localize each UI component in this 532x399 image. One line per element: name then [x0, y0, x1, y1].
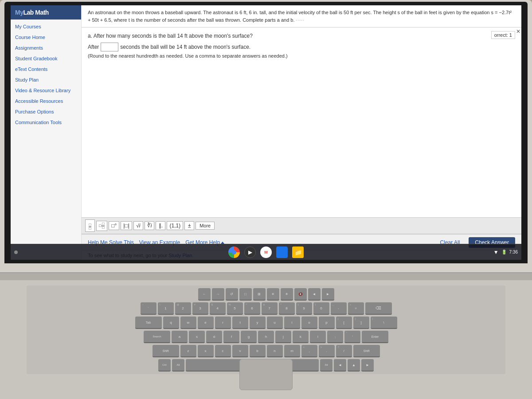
key-shift-right[interactable]: Shift [353, 345, 380, 357]
key-k[interactable]: k [293, 331, 309, 343]
key-backspace[interactable]: ⌫ [365, 302, 392, 315]
key-comma[interactable]: <, [301, 345, 317, 357]
sidebar-item-course-home[interactable]: Course Home [11, 32, 81, 43]
key-enter[interactable]: Enter [362, 331, 388, 343]
key-back[interactable]: ← [198, 288, 211, 301]
key-bracket-open[interactable]: {[ [336, 317, 352, 329]
key-j[interactable]: j [275, 331, 291, 343]
key-d[interactable]: d [206, 331, 222, 343]
dots-separator: ····· [296, 18, 305, 23]
key-n[interactable]: n [267, 345, 283, 357]
answer-suffix: seconds the ball will be 14 ft above the… [120, 44, 250, 50]
key-2[interactable]: @2 [175, 302, 191, 315]
key-alt[interactable]: Alt [172, 359, 184, 372]
key-p[interactable]: p [319, 317, 335, 329]
key-4[interactable]: $4 [210, 302, 226, 315]
sidebar-item-video-resource-library[interactable]: Video & Resource Library [11, 85, 81, 96]
key-8[interactable]: *8 [279, 302, 295, 315]
key-a[interactable]: a [172, 331, 188, 343]
key-c[interactable]: c [215, 345, 231, 357]
taskbar-folder-icon[interactable]: 📁 [292, 246, 304, 258]
degree-button[interactable]: □° [109, 221, 119, 230]
key-h[interactable]: h [258, 331, 274, 343]
key-g[interactable]: g [241, 331, 257, 343]
key-1[interactable]: !1 [158, 302, 174, 315]
taskbar-play-icon[interactable]: ▶ [244, 246, 256, 258]
key-caps[interactable]: Search [144, 331, 170, 343]
sidebar-item-accessible-resources[interactable]: Accessible Resources [11, 96, 81, 106]
key-y[interactable]: y [250, 317, 266, 329]
sidebar-item-purchase-options[interactable]: Purchase Options [11, 106, 81, 117]
key-tab[interactable]: Tab [135, 317, 162, 329]
key-s[interactable]: s [189, 331, 205, 343]
key-arrow-left[interactable]: ◄ [334, 359, 346, 372]
absolute-value-button[interactable]: |□| [121, 221, 132, 230]
key-backslash[interactable]: |\ [371, 317, 397, 329]
sidebar-item-my-courses[interactable]: My Courses [11, 21, 81, 32]
keyboard-zxcv-row: Shift z x c v b n m <, >. ?/ Shift [27, 344, 505, 358]
trackpad[interactable] [239, 359, 293, 390]
key-3[interactable]: #3 [192, 302, 208, 315]
key-7[interactable]: &7 [262, 302, 278, 315]
key-equals[interactable]: += [348, 302, 364, 315]
key-overview[interactable]: ⊞ [253, 288, 266, 301]
key-m[interactable]: m [284, 345, 300, 357]
key-u[interactable]: u [267, 317, 283, 329]
parallel-button[interactable]: ∥. [156, 221, 165, 230]
key-f[interactable]: f [223, 331, 239, 343]
sqrt-button[interactable]: √i [133, 221, 143, 230]
ordered-pair-button[interactable]: (1,1) [167, 221, 183, 230]
taskbar-chrome-icon[interactable] [228, 246, 240, 258]
key-r[interactable]: r [215, 317, 231, 329]
sidebar-item-communication-tools[interactable]: Communication Tools [11, 117, 81, 128]
more-button[interactable]: More [196, 222, 215, 230]
key-refresh[interactable]: ↺ [226, 288, 238, 301]
key-arrow-up[interactable]: ▲ [348, 359, 360, 372]
key-e[interactable]: e [198, 317, 214, 329]
sidebar-item-study-plan[interactable]: Study Plan [11, 74, 81, 85]
key-alt-right[interactable]: Alt [320, 359, 332, 372]
key-9[interactable]: (9 [296, 302, 312, 315]
key-x[interactable]: x [198, 345, 214, 357]
key-tilde[interactable]: ~` [141, 302, 156, 315]
key-w[interactable]: w [180, 317, 196, 329]
cube-root-button[interactable]: ∛i [145, 221, 155, 230]
key-fullscreen[interactable]: □ [239, 288, 252, 301]
fraction-button[interactable]: □□ [85, 219, 95, 232]
key-o[interactable]: o [301, 317, 317, 329]
sidebar-item-etext-contents[interactable]: eText Contents [11, 64, 81, 74]
key-l[interactable]: l [310, 331, 326, 343]
key-period[interactable]: >. [319, 345, 335, 357]
key-0[interactable]: )0 [313, 302, 329, 315]
key-z[interactable]: z [180, 345, 196, 357]
key-vol-down[interactable]: ◄ [308, 288, 321, 301]
taskbar-gmail-icon[interactable]: M [260, 246, 272, 258]
key-t[interactable]: t [232, 317, 248, 329]
key-arrow-right[interactable]: ► [361, 359, 374, 372]
taskbar-files-icon[interactable] [276, 246, 288, 258]
key-q[interactable]: q [163, 317, 179, 329]
key-6[interactable]: ^6 [244, 302, 260, 315]
key-quote[interactable]: "' [344, 331, 360, 343]
key-slash[interactable]: ?/ [336, 345, 352, 357]
key-bracket-close[interactable]: }] [353, 317, 369, 329]
key-semicolon[interactable]: :; [327, 331, 343, 343]
plus-minus-button[interactable]: ± [184, 221, 194, 230]
sidebar-item-assignments[interactable]: Assignments [11, 43, 81, 53]
key-fwd[interactable]: → [212, 288, 224, 301]
key-b[interactable]: b [250, 345, 266, 357]
key-bright-up[interactable]: ☀ [281, 288, 293, 301]
key-5[interactable]: %5 [227, 302, 243, 315]
key-v[interactable]: v [232, 345, 248, 357]
answer-input[interactable] [101, 43, 118, 51]
key-ctrl[interactable]: Ctrl [158, 359, 171, 372]
close-button[interactable]: ✕ [516, 28, 520, 35]
mixed-number-button[interactable]: □□□ [96, 221, 107, 231]
key-mute[interactable]: 🔇 [294, 288, 307, 301]
key-minus[interactable]: _- [331, 302, 347, 315]
key-i[interactable]: i [284, 317, 300, 329]
key-vol-up[interactable]: ► [322, 288, 334, 301]
key-bright-down[interactable]: ☀ [267, 288, 279, 301]
sidebar-item-student-gradebook[interactable]: Student Gradebook [11, 53, 81, 64]
key-shift-left[interactable]: Shift [153, 345, 179, 357]
